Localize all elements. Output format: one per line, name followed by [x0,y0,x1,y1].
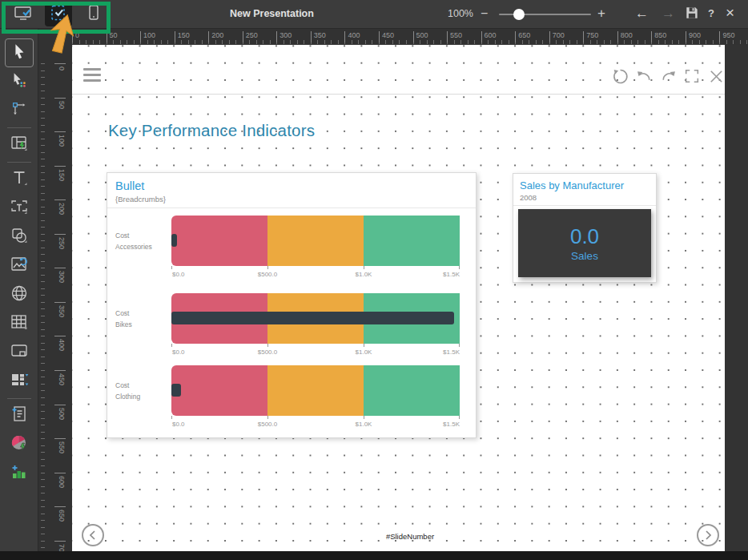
bullet-row-label: CostAccessories [115,230,170,253]
zoom-in-button[interactable]: + [597,6,605,22]
bullet-range-segment [267,365,364,416]
menu-button[interactable] [83,68,101,82]
bullet-chart-title: Bullet [107,173,476,192]
hruler-label: 550 [447,31,462,42]
sidebar-divider [7,398,31,399]
hruler-label: 450 [379,31,394,42]
hruler-label: 400 [344,31,360,42]
hruler-label: 500 [413,31,428,42]
vruler-label: 250 [54,234,66,249]
bullet-axis-tick [364,266,364,269]
kpi-card[interactable]: Sales by Manufacturer 2008 0.0 Sales [513,173,657,283]
bullet-axis-tick [171,416,172,419]
hruler-label: 800 [617,31,633,42]
redo-button[interactable]: → [662,6,675,22]
sidebar-item-text-tool[interactable] [5,165,34,194]
kpi-value: 0.0 [570,224,599,249]
bullet-chart-card[interactable]: Bullet {Breadcrumbs} CostAccessories$0.0… [107,172,477,438]
canvas-right-margin [725,45,748,551]
shapes-icon [10,226,29,248]
presentation-title: New Presentation [230,8,314,19]
slide-number-placeholder[interactable]: #SlideNumber [354,532,466,541]
mobile-icon [84,3,103,26]
sidebar-divider [7,127,31,128]
undo-button-canvas[interactable] [634,66,653,86]
bullet-axis-label: $1.5K [443,421,460,428]
bullet-measure-bar [171,312,454,324]
bullet-axis-label: $1.5K [443,348,460,356]
bullet-band: $0.0$500.0$1.0K$1.5K [171,216,460,266]
sidebar-item-layout-tool[interactable] [5,131,34,159]
bullet-axis-label: $1.0K [356,271,372,278]
hruler-label: 0 [72,31,79,42]
undo-button[interactable]: ← [635,6,649,22]
bullet-band: $0.0$500.0$1.0K$1.5K [171,365,460,416]
presentation-editor: New Presentation 100% − + ← → ? × 050100… [0,0,748,560]
chevron-left-icon [87,530,99,541]
vruler-label: 650 [54,506,66,522]
next-slide-button[interactable] [697,524,719,546]
canvas-toolbar [610,66,726,86]
sidebar-item-smart-select-tool[interactable] [5,67,34,96]
sidebar-item-connector-tool[interactable] [5,96,34,125]
zoom-out-button[interactable]: − [481,6,488,21]
bullet-measure-bar [171,384,181,397]
bullet-axis-label: $0.0 [172,421,185,428]
prev-slide-button[interactable] [82,524,104,546]
close-button[interactable]: × [726,4,734,22]
zoom-level: 100% [448,8,473,19]
bullet-row: CostBikes$0.0$500.0$1.0K$1.5K [107,293,476,361]
new-doc-icon [10,405,29,427]
sidebar-item-cursor-tool[interactable] [5,38,34,67]
bullet-row: CostClothing$0.0$500.0$1.0K$1.5K [107,365,476,433]
vruler-label: 50 [54,98,66,109]
kpi-title: Sales by Manufacturer [513,174,656,191]
reset-view-button[interactable] [610,66,629,86]
bullet-band: $0.0$500.0$1.0K$1.5K [171,293,460,344]
sidebar-item-pie-chart-tool[interactable] [5,430,34,459]
sidebar-item-table-tool[interactable] [5,309,34,338]
hruler-label: 850 [651,31,666,42]
bullet-axis-label: $500.0 [258,348,277,356]
mobile-view-button[interactable] [80,2,107,26]
redo-button-canvas[interactable] [658,66,678,86]
bullet-axis-label: $500.0 [258,271,277,278]
fullscreen-button[interactable] [682,66,702,86]
vruler-label: 150 [54,166,66,181]
sidebar-item-arrange-tool[interactable] [5,367,34,396]
tablet-view-button[interactable] [45,2,72,26]
zoom-slider[interactable] [499,14,591,15]
slide-title[interactable]: Key Performance Indicators [108,121,315,140]
vruler-label: 0 [54,63,66,71]
bullet-axis-label: $0.0 [172,348,185,356]
close-canvas-button[interactable] [706,66,726,86]
save-button[interactable] [684,5,700,24]
tool-sidebar [0,29,38,551]
vertical-ruler: 0501001502002503003504004505005506006507… [38,45,72,551]
hruler-label: 900 [686,31,701,42]
kpi-value-box: 0.0 Sales [518,209,651,277]
hruler-label: 150 [175,31,190,42]
vruler-label: 200 [54,199,66,215]
vruler-label: 500 [54,405,66,420]
kpi-value-label: Sales [571,250,598,262]
hruler-label: 700 [549,31,565,42]
hruler-label: 300 [276,31,292,42]
vruler-label: 350 [54,302,66,317]
hruler-label: 200 [208,31,223,42]
sidebar-item-text-frame-tool[interactable] [5,194,34,223]
help-button[interactable]: ? [708,7,714,19]
sidebar-item-web-tool[interactable] [5,280,34,309]
topbar: New Presentation 100% − + ← → ? × [0,0,748,29]
slide-canvas[interactable]: Key Performance Indicators Bullet {Bread… [72,45,725,551]
sidebar-item-shape-tool[interactable] [5,223,34,252]
layout-flash-icon [10,134,29,156]
bullet-axis-tick [267,344,268,347]
sidebar-item-bar-chart-tool[interactable] [5,459,34,488]
sidebar-item-frame-tool[interactable] [5,338,34,367]
zoom-slider-thumb[interactable] [513,9,525,20]
callout-icon [10,341,29,364]
sidebar-item-notes-tool[interactable] [5,401,34,430]
sidebar-item-image-tool[interactable] [5,252,34,280]
desktop-view-button[interactable] [10,2,37,26]
